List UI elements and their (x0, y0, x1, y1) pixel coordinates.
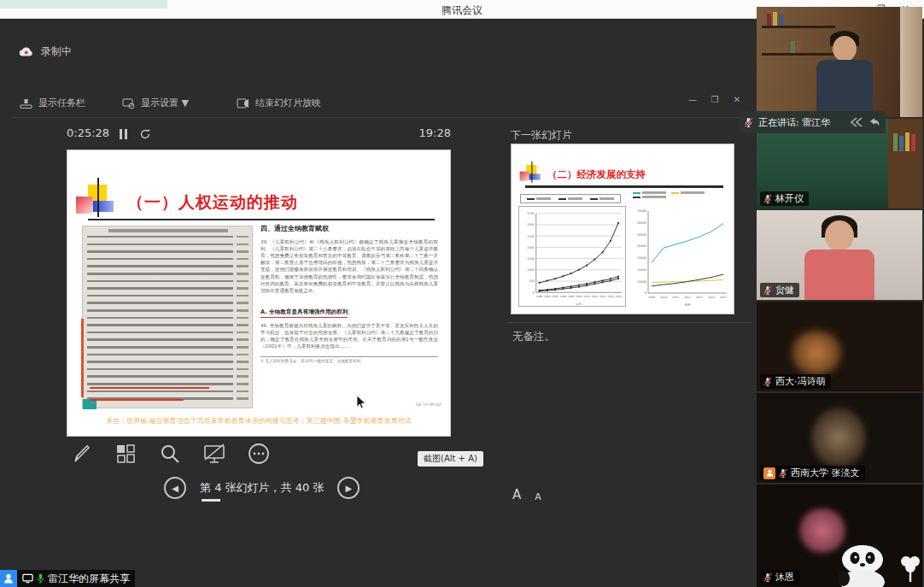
svg-text:2016: 2016 (607, 295, 614, 298)
screen-share-indicator[interactable]: 雷江华的屏幕共享 (0, 570, 135, 587)
restart-timer-button[interactable] (139, 128, 151, 140)
svg-text:2004: 2004 (560, 295, 567, 298)
display-settings-button[interactable]: 显示设置 ▼ (122, 97, 189, 109)
participant-name: 贠健 (775, 284, 794, 296)
svg-text:40000: 40000 (637, 244, 646, 248)
cloud-record-icon (19, 46, 34, 57)
right-line-chart: 0100002000030000400005000060000700002009… (631, 204, 730, 307)
presenter-maximize-button[interactable]: ❐ (705, 93, 724, 107)
pause-timer-button[interactable] (120, 129, 128, 139)
svg-text:2009: 2009 (648, 296, 655, 299)
presenter-close-button[interactable]: ✕ (728, 93, 746, 107)
font-decrease-button[interactable]: A (535, 491, 541, 502)
screen-slash-icon (202, 443, 226, 465)
section-heading: 四、通过全纳教育赋权 (260, 224, 438, 233)
presenter-minimize-button[interactable]: — (683, 93, 702, 107)
mic-muted-icon (763, 285, 772, 296)
notes-font-controls: A A (512, 487, 541, 502)
svg-text:2013: 2013 (696, 296, 703, 299)
elapsed-time: 0:25:28 (67, 126, 109, 139)
video-tile[interactable]: 贠健 (757, 210, 922, 300)
svg-text:1998: 1998 (536, 295, 543, 298)
participant-name: 林开仪 (775, 192, 804, 205)
video-tile-speaker[interactable] (757, 7, 922, 117)
notes-text: 无备注。 (512, 330, 555, 344)
black-screen-button[interactable] (202, 441, 227, 467)
svg-text:20000: 20000 (637, 268, 646, 272)
double-chevron-icon[interactable] (850, 117, 863, 127)
zoom-tool-button[interactable] (157, 441, 183, 467)
legend-entry (671, 191, 705, 194)
presenter-toolbar: 显示任务栏 显示设置 ▼ 结束幻灯片放映 — ❐ ✕ (13, 92, 751, 118)
reply-arrow-icon[interactable] (868, 117, 880, 127)
legend-entry (633, 196, 666, 198)
timer-row: 0:25:28 19:28 (67, 126, 451, 145)
pen-icon (70, 443, 92, 465)
slide-paragraph-1: 39. 《儿童权利公约》和《残疾人权利公约》都确定了残疾儿童接受全纳教育的权利。… (260, 238, 438, 294)
slide-paragraph-2: 46. 全纳教育被视为对残疾儿童的赋权，为他们提供了更平等、更充实和自主人生的学… (260, 322, 438, 349)
left-line-chart: 0500100015002000250030003500199820002002… (518, 206, 626, 307)
video-tile[interactable]: 西大·冯诗萌 (757, 302, 922, 391)
preview-title-rule (525, 185, 723, 188)
share-label: 雷江华的屏幕共享 (48, 572, 130, 586)
svg-text:2015: 2015 (720, 296, 727, 299)
show-taskbar-button[interactable]: 显示任务栏 (20, 97, 85, 109)
next-slide-title: （二）经济发展的支持 (547, 168, 646, 181)
video-tile[interactable]: 沐恩 (757, 484, 922, 587)
svg-text:2011: 2011 (672, 296, 679, 299)
plant-icon (900, 555, 921, 584)
recording-indicator: 录制中 (19, 44, 72, 59)
more-options-button[interactable] (246, 441, 272, 467)
slide-title: （一）人权运动的推动 (127, 191, 298, 214)
slide-footnote: ① 见儿童权利委员会，第30号一般性意见：全纳教育权利。 (260, 356, 438, 363)
right-arrow-icon: ▶ (345, 484, 352, 493)
svg-text:30000: 30000 (637, 256, 646, 260)
magnifier-icon (159, 443, 181, 465)
svg-text:10000: 10000 (637, 280, 646, 284)
svg-text:60000: 60000 (637, 221, 646, 225)
participant-name-badge: 西大·冯诗萌 (760, 374, 831, 389)
slide-navigation: ◀ 第 4 张幻灯片，共 40 张 ▶ (164, 477, 360, 499)
speaking-banner: 正在讲话: 雷江华 (739, 111, 886, 133)
host-person-icon (763, 467, 775, 479)
end-slideshow-button[interactable]: 结束幻灯片放映 (237, 97, 321, 109)
svg-text:2002: 2002 (552, 295, 558, 298)
chart-right-legend (633, 191, 728, 198)
svg-text:2000: 2000 (527, 246, 534, 249)
mic-muted-icon (779, 468, 787, 478)
subsection-heading: A. 全纳教育是具有增强作用的权利 (260, 308, 348, 318)
pen-tool-button[interactable] (68, 441, 94, 467)
legend-entry (527, 197, 551, 200)
clock-time: 19:28 (419, 126, 451, 139)
current-slide[interactable]: （一）人权运动的推动 四、通过全纳教育赋权 39. 《儿童权利公约》和《残疾人权… (67, 150, 451, 437)
participant-name-badge: 沐恩 (760, 570, 799, 584)
see-all-slides-button[interactable] (113, 441, 138, 467)
display-settings-label: 显示设置 ▼ (141, 97, 189, 109)
slide-progress-bar (202, 499, 220, 502)
annotation-toolbar (68, 441, 272, 467)
svg-text:年份: 年份 (684, 302, 691, 307)
slide-counter: 第 4 张幻灯片，共 40 张 (200, 480, 324, 496)
participant-name-badge: 林开仪 (760, 191, 809, 206)
svg-text:0: 0 (645, 291, 646, 295)
svg-text:2010: 2010 (583, 295, 590, 298)
mic-muted-icon (763, 377, 772, 387)
end-slideshow-label: 结束幻灯片放映 (255, 97, 321, 109)
font-increase-button[interactable]: A (512, 487, 521, 502)
participant-name-badge: 贠健 (760, 283, 799, 297)
end-slideshow-icon (237, 97, 249, 109)
participant-video-figure (811, 407, 866, 468)
chart-left-legend (520, 194, 621, 203)
video-tile[interactable]: 西南大学 张湸文 (757, 393, 922, 483)
svg-text:2500: 2500 (527, 235, 534, 238)
svg-text:2012: 2012 (684, 296, 691, 299)
panda-sticker (832, 541, 897, 587)
next-slide-button[interactable]: ▶ (337, 477, 360, 499)
show-taskbar-label: 显示任务栏 (38, 97, 85, 109)
previous-slide-button[interactable]: ◀ (164, 477, 186, 499)
mic-muted-icon (763, 572, 772, 583)
next-slide-preview[interactable]: （二）经济发展的支持 05001000150020002500300035001… (511, 144, 734, 314)
slide-text-column: 四、通过全纳教育赋权 39. 《儿童权利公约》和《残疾人权利公约》都确定了残疾儿… (260, 224, 438, 363)
doc-number: GE.19-09102 (416, 402, 442, 407)
recording-label: 录制中 (41, 44, 72, 59)
